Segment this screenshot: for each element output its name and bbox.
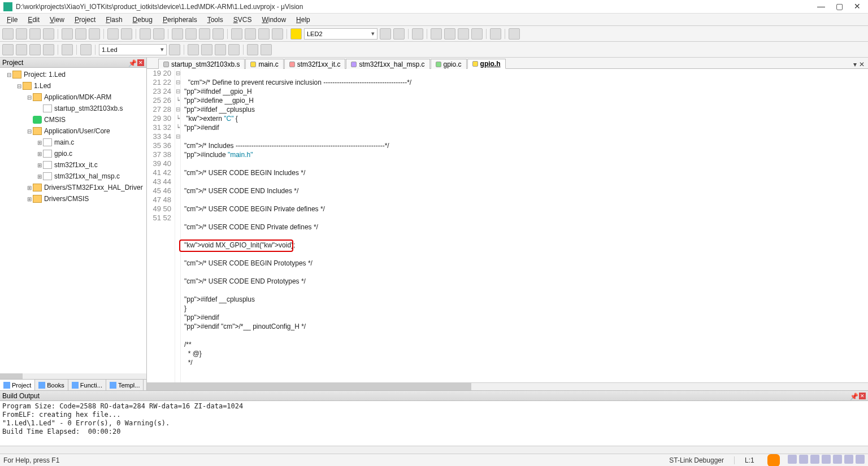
close-button[interactable]: ✕ — [853, 3, 861, 11]
save-all-icon[interactable] — [43, 28, 54, 40]
tree-item[interactable]: ⊟ Project: 1.Led — [1, 69, 145, 80]
pin-icon[interactable]: 📌 — [128, 59, 135, 66]
menu-project[interactable]: Project — [70, 15, 100, 25]
menu-view[interactable]: View — [45, 15, 69, 25]
tree-item[interactable]: ⊟ Application/User/Core — [1, 125, 145, 137]
components-icon[interactable] — [261, 44, 272, 55]
open-file-icon[interactable] — [16, 28, 27, 40]
batch-build-icon[interactable] — [43, 44, 54, 55]
tree-item[interactable]: ⊞ gpio.c — [1, 148, 145, 159]
file-tab[interactable]: startup_stm32f103xb.s — [158, 59, 245, 69]
build-h-scroll[interactable] — [0, 446, 868, 454]
manage-project-icon[interactable] — [188, 44, 199, 55]
breakpoint-mgr-icon[interactable] — [471, 28, 483, 40]
translate-icon[interactable] — [2, 44, 14, 55]
menu-bar: FileEditViewProjectFlashDebugPeripherals… — [0, 14, 868, 26]
copy-icon[interactable] — [75, 28, 86, 40]
tree-item[interactable]: ⊞ stm32f1xx_it.c — [1, 159, 145, 171]
breakpoint-icon[interactable] — [431, 28, 442, 40]
outdent-icon[interactable] — [245, 28, 256, 40]
nav-forward-icon[interactable] — [153, 28, 164, 40]
status-extra-icons — [785, 455, 865, 465]
disable-breakpoint-icon[interactable] — [444, 28, 455, 40]
menu-flash[interactable]: Flash — [101, 15, 127, 25]
editor-h-scroll[interactable] — [147, 382, 868, 390]
file-tab[interactable]: stm32f1xx_it.c — [284, 59, 346, 69]
panel-tab-project[interactable]: Project — [0, 380, 35, 390]
indent-icon[interactable] — [231, 28, 242, 40]
paste-icon[interactable] — [89, 28, 100, 40]
comment-icon[interactable] — [258, 28, 270, 40]
cut-icon[interactable] — [62, 28, 73, 40]
maximize-button[interactable]: ▢ — [835, 3, 843, 11]
tree-item[interactable]: ⊟ Application/MDK-ARM — [1, 92, 145, 103]
code-content[interactable]: "cm">/* Define to prevent recursive incl… — [181, 69, 868, 382]
tree-item[interactable]: ⊞ stm32f1xx_hal_msp.c — [1, 171, 145, 182]
status-bar: For Help, press F1 ST-Link Debugger L:1 — [0, 454, 868, 466]
menu-edit[interactable]: Edit — [23, 15, 44, 25]
panel-close-icon[interactable]: ✕ — [859, 393, 866, 399]
project-panel-tabs: ProjectBooksFuncti...Templ... — [0, 379, 146, 390]
pack-installer-icon[interactable] — [228, 44, 240, 55]
menu-help[interactable]: Help — [292, 15, 315, 25]
manage-rte-icon[interactable] — [201, 44, 212, 55]
code-editor[interactable]: 19 20 21 22 23 24 25 26 27 28 29 30 31 3… — [147, 69, 868, 382]
menu-tools[interactable]: Tools — [203, 15, 228, 25]
configure-icon[interactable] — [509, 28, 520, 40]
incremental-find-icon[interactable] — [393, 28, 405, 40]
menu-debug[interactable]: Debug — [128, 15, 157, 25]
save-icon[interactable] — [29, 28, 41, 40]
debug-start-icon[interactable] — [412, 28, 423, 40]
build-output-text[interactable]: Program Size: Code=2588 RO-data=284 RW-d… — [0, 401, 868, 446]
file-tab[interactable]: gpio.c — [431, 59, 467, 69]
panel-tab-functi[interactable]: Functi... — [68, 380, 106, 390]
tree-item[interactable]: startup_stm32f103xb.s — [1, 103, 145, 114]
redo-icon[interactable] — [121, 28, 132, 40]
target-combo[interactable]: LED2 — [304, 28, 377, 40]
tab-dropdown-icon[interactable]: ▾ — [853, 60, 857, 68]
new-file-icon[interactable] — [2, 28, 14, 40]
find-in-files-icon[interactable] — [380, 28, 391, 40]
rebuild-icon[interactable] — [29, 44, 41, 55]
tree-item[interactable]: ⊞ Drivers/CMSIS — [1, 193, 145, 204]
build-icon[interactable] — [16, 44, 27, 55]
kill-breakpoint-icon[interactable] — [458, 28, 469, 40]
file-tab[interactable]: main.c — [245, 59, 283, 69]
file-tab[interactable]: gpio.h — [467, 59, 506, 69]
tree-h-scroll[interactable] — [0, 373, 146, 379]
books-icon[interactable] — [247, 44, 258, 55]
panel-tab-books[interactable]: Books — [35, 380, 68, 390]
nav-back-icon[interactable] — [140, 28, 151, 40]
tab-close-icon[interactable]: ✕ — [859, 60, 865, 68]
panel-close-icon[interactable]: ✕ — [137, 59, 144, 66]
tree-item[interactable]: ⊞ Drivers/STM32F1xx_HAL_Driver — [1, 182, 145, 193]
tree-item[interactable]: ⊟ 1.Led — [1, 80, 145, 92]
fold-column[interactable]: ⊟ ⊟ ⊟ ┕ ⊟ ┕ ┕ ⊟ — [175, 69, 181, 382]
project-target-combo[interactable]: 1.Led — [99, 44, 167, 55]
target-options-icon[interactable] — [169, 44, 180, 55]
download-icon[interactable] — [80, 44, 92, 55]
select-packs-icon[interactable] — [215, 44, 226, 55]
stop-build-icon[interactable] — [62, 44, 73, 55]
window-layout-icon[interactable] — [490, 28, 501, 40]
find-icon[interactable] — [290, 28, 302, 40]
bookmark-prev-icon[interactable] — [185, 28, 197, 40]
title-bar: D:\work\projects\XiaoYi_IOTKits\product_… — [0, 0, 868, 14]
bookmark-clear-icon[interactable] — [212, 28, 224, 40]
file-tab[interactable]: stm32f1xx_hal_msp.c — [346, 59, 429, 69]
uncomment-icon[interactable] — [272, 28, 283, 40]
build-output-title: Build Output — [2, 392, 40, 400]
bookmark-next-icon[interactable] — [199, 28, 210, 40]
bookmark-icon[interactable] — [172, 28, 183, 40]
menu-window[interactable]: Window — [257, 15, 290, 25]
project-tree[interactable]: ⊟ Project: 1.Led ⊟ 1.Led ⊟ Application/M… — [0, 68, 146, 373]
menu-file[interactable]: File — [2, 15, 22, 25]
tree-item[interactable]: ⊞ main.c — [1, 137, 145, 148]
menu-peripherals[interactable]: Peripherals — [158, 15, 202, 25]
minimize-button[interactable]: — — [817, 3, 825, 11]
panel-tab-templ[interactable]: Templ... — [106, 380, 144, 390]
tree-item[interactable]: CMSIS — [1, 114, 145, 125]
menu-svcs[interactable]: SVCS — [229, 15, 257, 25]
undo-icon[interactable] — [107, 28, 119, 40]
pin-icon[interactable]: 📌 — [850, 393, 857, 399]
